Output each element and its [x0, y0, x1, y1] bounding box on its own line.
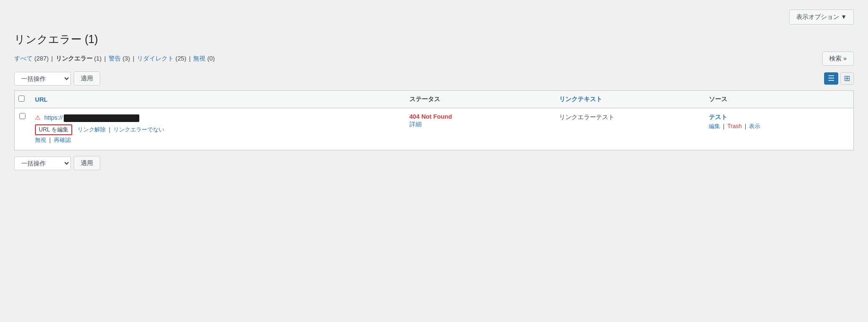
link-table: URL ステータス リンクテキスト ソース ⚠ https:// URL を編集…: [14, 90, 854, 150]
select-all-checkbox[interactable]: [18, 96, 25, 102]
bulk-actions-top: 一括操作 適用 ☰ ⊞: [14, 71, 854, 86]
filter-warning-count-val: (3): [122, 55, 130, 62]
sep-3: |: [133, 55, 134, 62]
top-bar: 表示オプション ▼: [14, 9, 854, 25]
filter-bar: すべて (287) | リンクエラー (1) | 警告 (3) | リダイレクト…: [14, 52, 854, 66]
sep-source-1: |: [723, 123, 726, 130]
url-actions: URL を編集 リンク解除 | リンクエラーでない 無視 | 再確認: [35, 124, 400, 146]
bulk-select-top[interactable]: 一括操作: [14, 72, 71, 86]
table-header-row: URL ステータス リンクテキスト ソース: [15, 91, 854, 108]
status-detail-link[interactable]: 詳細: [409, 121, 422, 128]
url-edit-button[interactable]: URL を編集: [35, 124, 72, 135]
filter-redirect[interactable]: リダイレクト: [137, 55, 174, 62]
filter-links: すべて (287) | リンクエラー (1) | 警告 (3) | リダイレクト…: [14, 54, 215, 63]
ignore-action[interactable]: 無視: [35, 137, 46, 143]
bulk-left-top: 一括操作 適用: [14, 71, 100, 86]
error-icon: ⚠: [35, 114, 41, 121]
sep-action-2: |: [109, 126, 112, 133]
url-link[interactable]: https://: [44, 114, 139, 121]
recheck-action[interactable]: 再確認: [54, 137, 71, 143]
table-row: ⚠ https:// URL を編集 リンク解除 | リンクエラーでない 無視 …: [15, 108, 854, 150]
apply-button-top[interactable]: 適用: [74, 71, 100, 86]
url-display: ⚠ https://: [35, 113, 400, 122]
col-status-header: ステータス: [405, 91, 554, 108]
filter-link-error-count-val: (1): [94, 55, 102, 62]
sep-action-3: |: [49, 137, 52, 143]
sep-4: |: [189, 55, 190, 62]
sep-2: |: [104, 55, 106, 62]
filter-ignore-count-val: (0): [207, 55, 215, 62]
col-url-header[interactable]: URL: [30, 91, 405, 108]
page-title: リンクエラー (1): [14, 32, 854, 47]
filter-link-error[interactable]: リンクエラー: [56, 55, 93, 62]
list-icon: ☰: [828, 74, 834, 82]
filter-all-count-val: (287): [34, 55, 49, 62]
search-button[interactable]: 検索 »: [822, 52, 854, 66]
filter-warning[interactable]: 警告: [109, 55, 121, 62]
row-checkbox[interactable]: [19, 113, 26, 119]
source-title-link[interactable]: テスト: [709, 113, 727, 121]
link-text-cell: リンクエラーテスト: [554, 108, 704, 150]
filter-all[interactable]: すべて: [14, 55, 33, 62]
not-error-action[interactable]: リンクエラーでない: [113, 126, 164, 133]
row-checkbox-cell: [15, 108, 31, 150]
filter-ignore[interactable]: 無視: [193, 55, 205, 62]
unlink-action[interactable]: リンク解除: [77, 126, 106, 133]
status-cell: 404 Not Found 詳細: [405, 108, 554, 150]
source-title: テスト: [709, 113, 849, 122]
col-check-header: [15, 91, 31, 108]
list-view-button[interactable]: ☰: [824, 72, 838, 85]
source-actions: 編集 | Trash | 表示: [709, 122, 849, 131]
bulk-select-bottom[interactable]: 一括操作: [14, 157, 71, 170]
grid-view-button[interactable]: ⊞: [840, 72, 854, 85]
apply-button-bottom[interactable]: 適用: [74, 156, 100, 170]
col-linktext-header[interactable]: リンクテキスト: [554, 91, 704, 108]
filter-redirect-count-val: (25): [176, 55, 187, 62]
url-cell: ⚠ https:// URL を編集 リンク解除 | リンクエラーでない 無視 …: [30, 108, 405, 150]
display-options-button[interactable]: 表示オプション ▼: [789, 9, 854, 25]
col-source-header: ソース: [704, 91, 854, 108]
source-view-link[interactable]: 表示: [749, 123, 760, 130]
grid-icon: ⊞: [844, 74, 850, 82]
sep-source-2: |: [745, 123, 748, 130]
source-edit-link[interactable]: 編集: [709, 123, 720, 130]
sep-1: |: [51, 55, 53, 62]
status-detail: 詳細: [409, 120, 550, 129]
source-cell: テスト 編集 | Trash | 表示: [704, 108, 854, 150]
view-icons: ☰ ⊞: [824, 72, 854, 85]
status-404-text: 404 Not Found: [409, 113, 550, 120]
url-masked: [64, 114, 139, 122]
source-trash-link[interactable]: Trash: [727, 123, 741, 130]
bulk-actions-bottom: 一括操作 適用: [14, 156, 854, 170]
